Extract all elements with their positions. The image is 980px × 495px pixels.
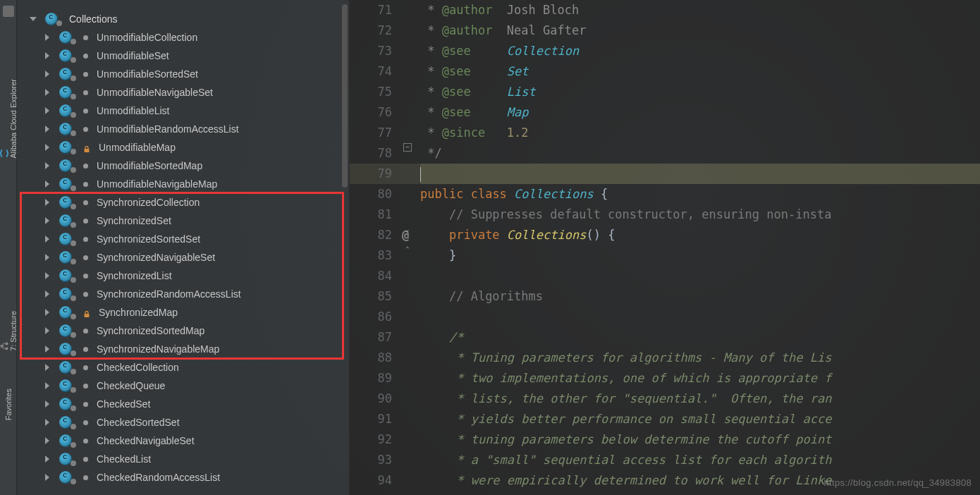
chevron-right-icon[interactable] xyxy=(45,346,49,353)
modifier-badge-icon xyxy=(71,39,76,44)
code-line[interactable]: * @author Neal Gafter xyxy=(420,20,980,41)
chevron-right-icon[interactable] xyxy=(45,52,49,59)
chevron-right-icon[interactable] xyxy=(45,217,49,224)
tree-item[interactable]: UnmodifiableSet xyxy=(21,47,349,65)
visibility-dot-icon xyxy=(83,182,88,187)
tree-item[interactable]: SynchronizedCollection xyxy=(21,193,349,212)
line-number: 75 xyxy=(350,82,392,102)
tree-item[interactable]: SynchronizedSortedSet xyxy=(21,230,349,248)
chevron-right-icon[interactable] xyxy=(45,456,49,463)
structure-panel[interactable]: CollectionsUnmodifiableCollectionUnmodif… xyxy=(17,0,350,495)
tree-item[interactable]: SynchronizedSortedMap xyxy=(21,322,349,340)
code-line[interactable]: } xyxy=(420,245,980,266)
chevron-right-icon[interactable] xyxy=(45,272,49,279)
visibility-dot-icon xyxy=(83,457,88,462)
line-number: 83 xyxy=(350,245,392,266)
tree-item[interactable]: SynchronizedRandomAccessList xyxy=(21,285,349,303)
code-area[interactable]: * @author Josh Bloch * @author Neal Gaft… xyxy=(420,0,980,495)
code-line[interactable]: * @author Josh Bloch xyxy=(420,0,980,20)
modifier-badge-icon xyxy=(71,112,76,118)
tree-item[interactable]: UnmodifiableNavigableMap xyxy=(21,175,349,193)
tree-item[interactable]: CheckedSortedSet xyxy=(21,413,349,432)
chevron-right-icon[interactable] xyxy=(45,34,49,41)
code-line[interactable]: * @see Collection xyxy=(420,41,980,61)
code-line[interactable]: * @see List xyxy=(420,82,980,102)
chevron-right-icon[interactable] xyxy=(45,107,49,114)
tree-item[interactable]: CheckedNavigableSet xyxy=(21,432,349,450)
tool-tab-structure[interactable]: 7: Structure xyxy=(0,305,19,357)
tool-tab-label: Favorites xyxy=(4,389,13,420)
scrollbar-vertical[interactable] xyxy=(342,4,348,188)
fold-marker-icon[interactable]: ⌄ xyxy=(403,226,412,235)
tree-root[interactable]: Collections xyxy=(21,10,349,28)
visibility-dot-icon xyxy=(83,420,88,425)
line-number: 84 xyxy=(350,266,392,286)
tree-item[interactable]: SynchronizedNavigableMap xyxy=(21,340,349,358)
code-line[interactable]: * two implementations, one of which is a… xyxy=(420,368,980,389)
tree-item[interactable]: UnmodifiableNavigableSet xyxy=(21,83,349,102)
tree-item[interactable]: CheckedSet xyxy=(21,395,349,413)
chevron-right-icon[interactable] xyxy=(45,364,49,371)
chevron-right-icon[interactable] xyxy=(45,181,49,188)
chevron-right-icon[interactable] xyxy=(45,291,49,298)
code-line[interactable] xyxy=(420,307,980,327)
tree-item[interactable]: UnmodifiableMap xyxy=(21,138,349,157)
chevron-down-icon[interactable] xyxy=(30,17,37,21)
code-line[interactable]: // Suppresses default constructor, ensur… xyxy=(420,204,980,225)
code-line[interactable]: * @since 1.2 xyxy=(420,123,980,143)
tree-item[interactable]: UnmodifiableSortedSet xyxy=(21,65,349,83)
chevron-right-icon[interactable] xyxy=(45,89,49,96)
code-editor[interactable]: 7172737475767778798081828384858687888990… xyxy=(350,0,980,495)
chevron-right-icon[interactable] xyxy=(45,474,49,481)
modifier-badge-icon xyxy=(71,442,76,448)
code-line[interactable]: private Collections() { xyxy=(420,225,980,245)
chevron-right-icon[interactable] xyxy=(45,254,49,261)
code-line[interactable]: * Tuning parameters for algorithms - Man… xyxy=(420,348,980,368)
code-line[interactable]: * a "small" sequential access list for e… xyxy=(420,450,980,470)
tree-item-label: UnmodifiableSortedMap xyxy=(97,160,202,171)
chevron-right-icon[interactable] xyxy=(45,382,49,389)
tree-item[interactable]: SynchronizedNavigableSet xyxy=(21,248,349,267)
tree-item[interactable]: UnmodifiableSortedMap xyxy=(21,157,349,175)
code-line[interactable]: */ xyxy=(420,143,980,164)
tree-item[interactable]: UnmodifiableCollection xyxy=(21,28,349,47)
chevron-right-icon[interactable] xyxy=(45,126,49,133)
tree-item[interactable]: SynchronizedList xyxy=(21,267,349,285)
tree-item[interactable]: SynchronizedSet xyxy=(21,212,349,230)
tree-item[interactable]: CheckedList xyxy=(21,450,349,468)
tree-item[interactable]: CheckedQueue xyxy=(21,377,349,395)
code-line[interactable]: public class Collections { xyxy=(420,184,980,204)
chevron-right-icon[interactable] xyxy=(45,437,49,444)
code-line[interactable] xyxy=(420,164,980,184)
file-icon xyxy=(3,6,14,17)
chevron-right-icon[interactable] xyxy=(45,199,49,206)
tree-item[interactable]: SynchronizedMap xyxy=(21,303,349,322)
code-line[interactable]: * @see Set xyxy=(420,61,980,82)
code-line[interactable] xyxy=(420,266,980,286)
tree-item[interactable]: UnmodifiableList xyxy=(21,102,349,120)
chevron-right-icon[interactable] xyxy=(45,144,49,151)
code-line[interactable]: * @see Map xyxy=(420,102,980,123)
tree-item[interactable]: UnmodifiableRandomAccessList xyxy=(21,120,349,138)
code-line[interactable]: * they should be reasonable for other se… xyxy=(420,491,980,495)
tree-item[interactable]: CheckedCollection xyxy=(21,358,349,377)
code-line[interactable]: * yields better performance on small seq… xyxy=(420,409,980,429)
tool-tab-alibaba[interactable]: Alibaba Cloud Explorer xyxy=(0,73,19,164)
structure-tree[interactable]: CollectionsUnmodifiableCollectionUnmodif… xyxy=(21,10,349,487)
chevron-right-icon[interactable] xyxy=(45,162,49,169)
code-line[interactable]: // Algorithms xyxy=(420,286,980,307)
tree-item[interactable]: CheckedRandomAccessList xyxy=(21,468,349,487)
chevron-right-icon[interactable] xyxy=(45,419,49,426)
code-line[interactable]: /* xyxy=(420,327,980,348)
chevron-right-icon[interactable] xyxy=(45,236,49,243)
chevron-right-icon[interactable] xyxy=(45,71,49,78)
fold-end-icon[interactable]: ⌃ xyxy=(403,246,412,255)
line-number: 71 xyxy=(350,0,392,20)
chevron-right-icon[interactable] xyxy=(45,309,49,316)
fold-marker-icon[interactable]: − xyxy=(403,143,412,152)
code-line[interactable]: * tuning parameters below determine the … xyxy=(420,429,980,450)
chevron-right-icon[interactable] xyxy=(45,327,49,334)
chevron-right-icon[interactable] xyxy=(45,401,49,408)
tool-tab-favorites[interactable]: Favorites xyxy=(3,383,14,426)
code-line[interactable]: * lists, the other for "sequential." Oft… xyxy=(420,389,980,409)
